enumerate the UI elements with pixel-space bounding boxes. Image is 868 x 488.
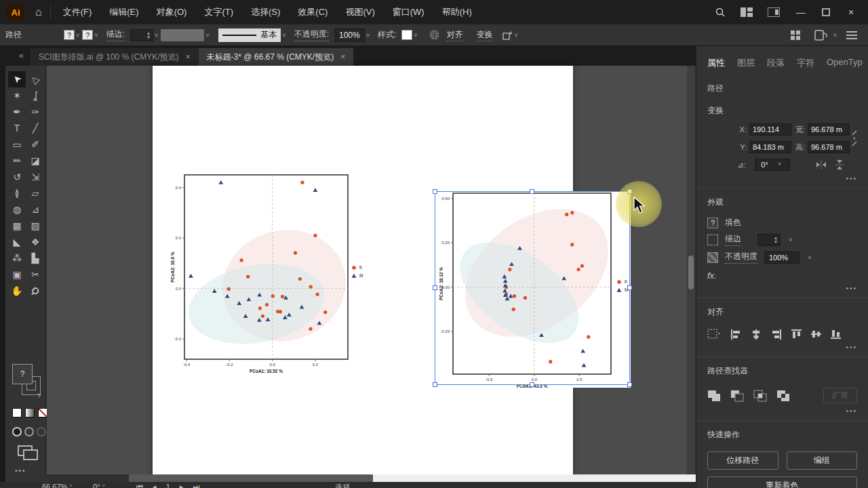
eraser-tool[interactable]: ◪ [26,152,44,169]
fill-color-chip[interactable]: ? [64,30,75,40]
selection-handle[interactable] [627,285,632,290]
eyedropper-tool[interactable]: ◣ [8,234,26,250]
change-screen-mode-icon[interactable] [18,445,33,456]
x-field[interactable]: 190.114 [749,123,791,136]
slice-tool[interactable]: ✂ [26,266,44,283]
flip-vertical-icon[interactable] [835,159,844,170]
zoom-tool[interactable]: Ϙ [26,283,44,299]
workspace-switcher-icon[interactable] [768,7,780,17]
pen-tool[interactable]: ✒ [8,104,26,120]
opacity-more-icon[interactable]: > [366,32,370,39]
recolor-button[interactable]: 重新着色 [707,476,857,488]
selection-handle[interactable] [627,382,632,387]
selection-handle[interactable] [433,285,437,290]
stroke-weight-label[interactable]: 描边: [106,28,125,41]
menu-item-2[interactable]: 对象(O) [157,6,187,18]
chevron-down-icon[interactable]: ˅ [155,32,158,39]
menu-item-8[interactable]: 帮助(H) [442,6,472,18]
vertical-scrollbar-thumb[interactable] [688,256,694,289]
blend-tool[interactable]: ❖ [26,234,44,250]
shape-builder-tool[interactable]: ◍ [8,201,26,218]
selection-tool[interactable]: ➤ [8,71,26,87]
pathfinder-exclude-icon[interactable] [776,390,790,402]
curvature-tool[interactable]: ✑ [26,104,44,120]
magic-wand-tool[interactable]: ✶ [8,87,26,104]
first-artboard-icon[interactable]: ⏮ [136,483,143,488]
opacity-label[interactable]: 不透明度 [725,251,757,264]
scale-tool[interactable]: ⇲ [26,169,44,185]
close-button[interactable]: × [845,7,857,18]
stroke-swatch-icon[interactable] [707,235,718,245]
chevron-down-icon[interactable]: ˅ [76,32,79,39]
search-icon[interactable] [715,7,726,18]
selection-handle[interactable] [530,382,534,387]
vertical-scrollbar[interactable] [687,66,695,474]
panel-menu-icon[interactable] [846,31,857,39]
tab-opentype[interactable]: OpenTyp [827,57,863,69]
align-right-icon[interactable] [771,329,782,340]
right-pcoa-plot[interactable]: -0.50.00.50.500.250.00-0.25PCoA1: 43.3 %… [437,192,631,388]
tab-layers[interactable]: 图层 [737,57,755,69]
tab-paragraph[interactable]: 段落 [767,57,785,69]
selection-handle[interactable] [433,382,437,387]
dock-collapse-icon[interactable]: « [19,51,24,60]
free-transform-tool[interactable]: ▱ [26,185,44,201]
last-artboard-icon[interactable]: ⏭ [193,483,199,488]
constrain-proportions-icon[interactable] [850,128,859,148]
align-vertical-center-icon[interactable] [811,329,821,340]
stroke-label[interactable]: 描边 [725,233,741,246]
opacity-more-icon[interactable]: > [808,254,811,261]
opacity-label[interactable]: 不透明度: [294,28,329,41]
next-artboard-icon[interactable]: ▸ [180,483,184,488]
transform-button[interactable]: 变换 [477,29,493,41]
tab-character[interactable]: 字符 [797,57,814,69]
horizontal-scrollbar-track[interactable] [47,474,129,482]
none-swatch[interactable] [38,408,47,418]
align-to-selection-icon[interactable] [707,329,721,340]
pencil-tool[interactable]: ✏ [8,152,26,169]
lasso-tool[interactable]: ʆ [26,87,44,104]
rotation-field[interactable]: 0° [93,483,100,488]
pathfinder-minus-front-icon[interactable] [730,390,744,402]
stroke-color-chip[interactable]: ? [82,30,93,40]
direct-selection-tool[interactable]: ◁ [26,71,44,87]
height-field[interactable]: 96.678 m [808,141,850,153]
close-tab-icon[interactable]: × [186,52,191,62]
align-horizontal-center-icon[interactable] [751,329,762,340]
symbol-sprayer-tool[interactable]: ⁂ [8,250,26,266]
pathfinder-unite-icon[interactable] [707,390,721,402]
perspective-grid-tool[interactable]: ⊿ [26,201,44,218]
artboard-tool[interactable]: ▣ [8,266,26,283]
zoom-level-field[interactable]: 66.67% [42,483,67,488]
gradient-swatch[interactable] [25,408,35,418]
chevron-down-icon[interactable]: ˅ [94,32,98,39]
chevron-down-icon[interactable]: ˅ [102,483,106,488]
menu-item-3[interactable]: 文字(T) [204,6,233,18]
pathfinder-more-options[interactable]: ••• [696,403,868,415]
selection-handle[interactable] [433,189,437,194]
edit-toolbar-icon[interactable]: ••• [15,467,26,474]
align-button[interactable]: 对齐 [447,29,463,41]
appearance-more-options[interactable]: ••• [696,281,868,292]
close-tab-icon[interactable]: × [340,52,345,62]
selection-handle[interactable] [530,189,534,194]
group-button[interactable]: 编组 [787,451,858,470]
chevron-down-icon[interactable]: ˅ [833,32,837,39]
chevron-down-icon[interactable]: ˅ [205,32,209,39]
menu-item-7[interactable]: 窗口(W) [393,6,425,18]
rotate-field[interactable]: 0°˅ [755,159,790,171]
stroke-weight-stepper[interactable]: ▲▼ [130,29,153,41]
left-pcoa-plot[interactable]: -0.4-0.20.00.2-0.20.00.20.4PCoA1: 33.52 … [170,169,368,373]
home-icon[interactable]: ⌂ [35,6,42,18]
align-more-options[interactable]: ••• [696,340,868,351]
offset-path-button[interactable]: 位移路径 [707,451,778,470]
chevron-down-icon[interactable]: ˅ [282,32,285,39]
flip-horizontal-icon[interactable] [816,160,828,169]
transform-more-options[interactable]: ••• [696,171,868,182]
chevron-down-icon[interactable]: ˅ [414,32,417,39]
width-profile-dropdown[interactable]: 基本 [218,28,281,42]
align-bottom-icon[interactable] [831,329,841,340]
workspace-icon[interactable] [814,30,828,41]
draw-normal-mode[interactable] [12,427,22,436]
minimize-button[interactable]: — [795,7,807,18]
